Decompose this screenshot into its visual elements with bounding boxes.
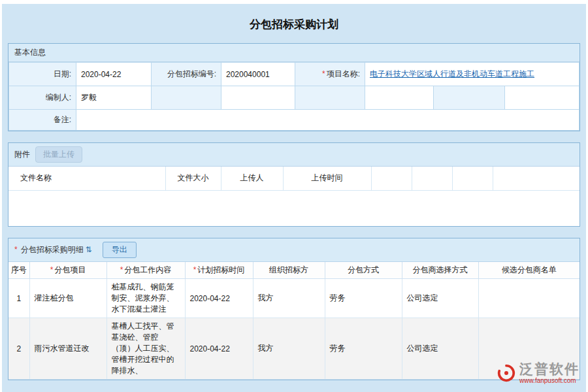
cell-content: 桩基成孔、钢筋笼制安、泥浆外弃、水下混凝土灌注 xyxy=(106,279,185,318)
sort-icon[interactable]: ⇅ xyxy=(86,245,92,254)
project-name-label-text: 项目名称: xyxy=(327,69,360,78)
date-label-text: 日期: xyxy=(54,69,71,78)
fanpu-logo-text-group: 泛普软件 www.fanpusoft.com xyxy=(519,362,580,384)
cell-organizer: 我方 xyxy=(253,318,325,380)
cell-project: 灌注桩分包 xyxy=(29,279,106,318)
cell-project: 雨污水管道迁改 xyxy=(29,318,106,380)
col-empty xyxy=(371,167,412,190)
bid-no-value: 2020040001 xyxy=(221,63,295,86)
col-work-content-text: 分包工作内容 xyxy=(124,265,171,274)
app-background: 分包招标采购计划 基本信息 日期: 2020-04-22 分包招标编号: 202… xyxy=(2,4,586,392)
cell-time: 2020-04-22 xyxy=(185,279,253,318)
col-seq-text: 序号 xyxy=(11,265,27,274)
cell-seq: 1 xyxy=(8,279,29,318)
batch-upload-button[interactable]: 批量上传 xyxy=(35,146,82,163)
bid-no-label: 分包招标编号: xyxy=(152,63,221,86)
bid-no-value-text: 2020040001 xyxy=(226,70,270,79)
col-file-name: 文件名称 xyxy=(8,167,165,190)
col-work-content: *分包工作内容 xyxy=(106,262,185,279)
page-title: 分包招标采购计划 xyxy=(2,4,586,43)
required-asterisk: * xyxy=(14,245,18,254)
cell-organizer: 我方 xyxy=(253,279,325,318)
attachments-empty-body xyxy=(8,191,580,226)
empty-label-cell xyxy=(295,86,365,110)
col-candidates-text: 候选分包商名单 xyxy=(502,265,557,274)
author-label: 编制人: xyxy=(9,86,76,110)
table-row: 日期: 2020-04-22 分包招标编号: 2020040001 *项目名称:… xyxy=(9,63,580,86)
detail-row: 2 雨污水管道迁改 基槽人工找平、管基浇砼、管腔（顶）人工压实、管槽开挖过程中的… xyxy=(8,318,580,380)
col-subcontract-method: 分包方式 xyxy=(325,262,402,279)
remark-label-text: 备注: xyxy=(54,115,71,124)
col-empty xyxy=(412,167,452,190)
detail-columns-row: 序号 *分包项目 *分包工作内容 *计划招标时间 组织招标方 分包方式 分包商选… xyxy=(8,262,580,279)
fanpu-logo: 泛普软件 www.fanpusoft.com xyxy=(497,362,580,384)
required-asterisk: * xyxy=(50,265,54,274)
col-plan-bid-time: *计划招标时间 xyxy=(185,262,253,279)
attachments-header: 附件 批量上传 xyxy=(8,143,580,167)
required-asterisk: * xyxy=(120,265,123,274)
detail-row: 1 灌注桩分包 桩基成孔、钢筋笼制安、泥浆外弃、水下混凝土灌注 2020-04-… xyxy=(8,279,580,318)
detail-title: 分包招标采购明细 xyxy=(21,244,84,255)
remark-value xyxy=(76,110,580,131)
detail-title-group: * 分包招标采购明细 ⇅ xyxy=(14,244,92,255)
basic-info-section: 基本信息 日期: 2020-04-22 分包招标编号: 2020040001 *… xyxy=(8,43,580,131)
fanpu-logo-icon xyxy=(497,363,516,383)
date-value: 2020-04-22 xyxy=(76,63,152,86)
col-organizer-text: 组织招标方 xyxy=(269,265,308,274)
fanpu-logo-url: www.fanpusoft.com xyxy=(519,377,580,384)
empty-value-cell xyxy=(221,86,295,110)
detail-header: * 分包招标采购明细 ⇅ 导出 xyxy=(8,238,580,262)
attachments-title: 附件 xyxy=(14,149,30,160)
cell-selection: 公司选定 xyxy=(402,279,478,318)
attachments-section: 附件 批量上传 文件名称 文件大小 上传人 上传时间 xyxy=(8,142,580,227)
table-row: 备注: xyxy=(9,110,580,131)
cell-candidates xyxy=(478,279,580,318)
cell-time: 2020-04-22 xyxy=(185,318,253,380)
cell-method: 劳务 xyxy=(325,318,402,380)
col-file-size: 文件大小 xyxy=(165,167,221,190)
empty-value-cell xyxy=(365,86,434,110)
detail-table: 序号 *分包项目 *分包工作内容 *计划招标时间 组织招标方 分包方式 分包商选… xyxy=(8,262,580,380)
cell-content: 基槽人工找平、管基浇砼、管腔（顶）人工压实、管槽开挖过程中的降排水、 xyxy=(106,318,185,380)
project-name-label: *项目名称: xyxy=(295,63,365,86)
col-subcontract-project-text: 分包项目 xyxy=(54,265,86,274)
attachments-header-row: 文件名称 文件大小 上传人 上传时间 xyxy=(8,167,580,190)
col-uploader: 上传人 xyxy=(221,167,283,190)
col-selection-method-text: 分包商选择方式 xyxy=(413,265,468,274)
table-row: 编制人: 罗毅 xyxy=(9,86,580,110)
remark-label: 备注: xyxy=(9,110,76,131)
empty-value-cell xyxy=(505,86,580,110)
col-empty xyxy=(493,167,580,190)
basic-info-title: 基本信息 xyxy=(14,47,46,58)
col-plan-bid-time-text: 计划招标时间 xyxy=(197,265,244,274)
col-organizer: 组织招标方 xyxy=(253,262,325,279)
detail-section: * 分包招标采购明细 ⇅ 导出 序号 *分包项目 *分包工作内容 *计划招标时间 xyxy=(8,238,580,381)
empty-label-cell xyxy=(152,86,221,110)
author-value-text: 罗毅 xyxy=(81,93,97,102)
col-upload-time: 上传时间 xyxy=(283,167,371,190)
attachments-table: 文件名称 文件大小 上传人 上传时间 xyxy=(8,167,580,191)
cell-seq: 2 xyxy=(8,318,29,380)
bid-no-label-text: 分包招标编号: xyxy=(167,69,216,78)
basic-info-table: 日期: 2020-04-22 分包招标编号: 2020040001 *项目名称:… xyxy=(8,62,580,131)
project-name-link[interactable]: 电子科技大学区域人行道及非机动车道工程施工 xyxy=(370,69,534,78)
required-asterisk: * xyxy=(322,69,325,78)
content-wrap: 基本信息 日期: 2020-04-22 分包招标编号: 2020040001 *… xyxy=(2,43,586,380)
col-candidates: 候选分包商名单 xyxy=(478,262,580,279)
author-label-text: 编制人: xyxy=(46,93,71,102)
basic-info-header: 基本信息 xyxy=(8,44,580,62)
date-label: 日期: xyxy=(9,63,76,86)
export-button[interactable]: 导出 xyxy=(103,242,137,258)
cell-selection: 公司选定 xyxy=(402,318,478,380)
col-seq: 序号 xyxy=(8,262,29,279)
fanpu-logo-name: 泛普软件 xyxy=(519,362,580,376)
author-value: 罗毅 xyxy=(76,86,152,110)
col-selection-method: 分包商选择方式 xyxy=(402,262,478,279)
required-asterisk: * xyxy=(193,265,197,274)
col-subcontract-method-text: 分包方式 xyxy=(348,265,379,274)
col-empty xyxy=(452,167,493,190)
date-value-text: 2020-04-22 xyxy=(81,70,121,79)
col-subcontract-project: *分包项目 xyxy=(29,262,106,279)
empty-label-cell xyxy=(434,86,505,110)
cell-method: 劳务 xyxy=(325,279,402,318)
